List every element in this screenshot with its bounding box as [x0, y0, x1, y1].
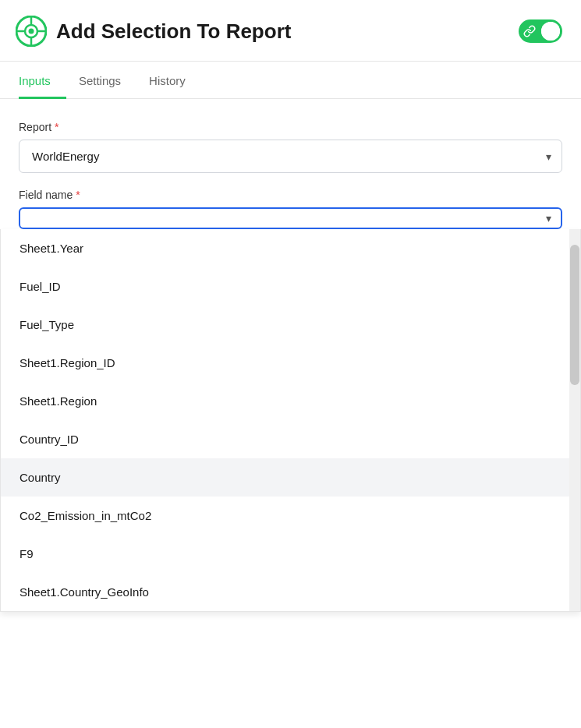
toggle-container[interactable]	[519, 19, 562, 43]
link-icon	[523, 25, 536, 37]
scrollbar-track	[569, 229, 580, 611]
tab-inputs[interactable]: Inputs	[19, 62, 66, 99]
logo-icon	[16, 16, 47, 47]
dropdown-scroll-container[interactable]: Sheet1.YearFuel_IDFuel_TypeSheet1.Region…	[1, 229, 580, 611]
header-left: Add Selection To Report	[16, 16, 291, 47]
dropdown-item[interactable]: Sheet1.Region	[1, 382, 580, 420]
dropdown-item[interactable]: Fuel_Type	[1, 306, 580, 344]
dropdown-item[interactable]: F9	[1, 535, 580, 573]
dropdown-item[interactable]: Sheet1.Country_GeoInfo	[1, 573, 580, 611]
field-name-required-star: *	[76, 189, 80, 201]
field-name-input[interactable]	[19, 207, 562, 229]
toggle-switch[interactable]	[519, 19, 562, 43]
dropdown-item[interactable]: Sheet1.Year	[1, 229, 580, 267]
dropdown-item[interactable]: Country	[1, 458, 580, 497]
svg-point-2	[29, 29, 34, 34]
dropdown-item[interactable]: Country_ID	[1, 420, 580, 458]
tab-history[interactable]: History	[149, 62, 201, 99]
field-name-wrapper: ▾	[19, 207, 562, 229]
content-area: Report * WorldEnergy ▾ Field name * ▾	[0, 99, 581, 229]
dropdown-item[interactable]: Co2_Emission_in_mtCo2	[1, 497, 580, 535]
tabs: Inputs Settings History	[0, 62, 581, 99]
app-container: Add Selection To Report Inputs Settings …	[0, 0, 581, 728]
report-label: Report *	[19, 121, 562, 133]
field-name-label: Field name *	[19, 189, 562, 201]
tab-settings[interactable]: Settings	[79, 62, 136, 99]
dropdown-item[interactable]: Sheet1.Region_ID	[1, 344, 580, 382]
header: Add Selection To Report	[0, 0, 581, 62]
dropdown-item[interactable]: Fuel_ID	[1, 267, 580, 306]
field-name-group: Field name * ▾ Sheet1.YearFuel_IDFuel_Ty…	[19, 189, 562, 229]
report-select[interactable]: WorldEnergy	[19, 140, 562, 173]
page-title: Add Selection To Report	[56, 19, 291, 44]
scrollbar-thumb[interactable]	[570, 245, 579, 385]
report-select-wrapper: WorldEnergy ▾	[19, 140, 562, 173]
report-required-star: *	[55, 121, 58, 133]
dropdown-list: Sheet1.YearFuel_IDFuel_TypeSheet1.Region…	[0, 229, 581, 612]
report-field-group: Report * WorldEnergy ▾	[19, 121, 562, 173]
